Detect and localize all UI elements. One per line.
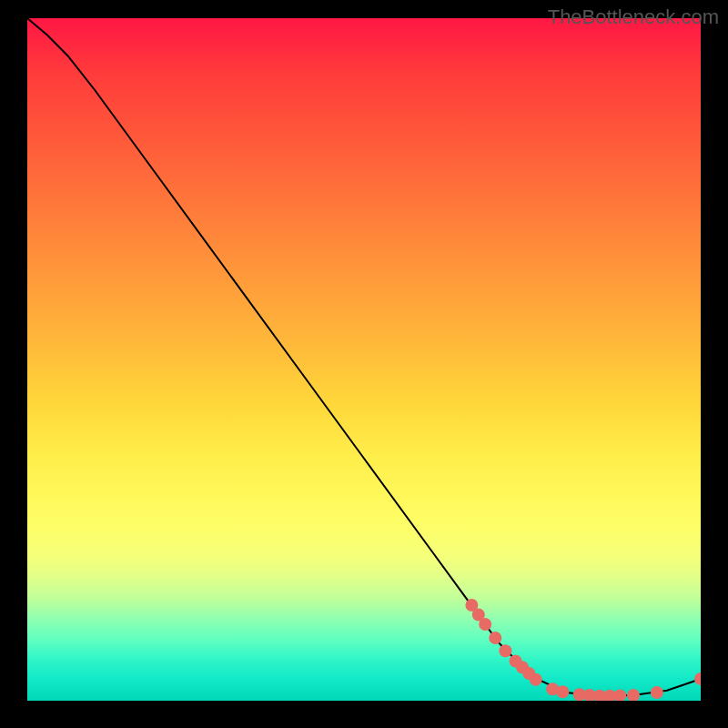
data-marker (694, 672, 701, 685)
data-marker (530, 673, 542, 686)
data-marker (489, 632, 501, 644)
data-marker (556, 685, 569, 698)
data-marker (499, 644, 511, 657)
watermark-text: TheBottleneck.com (548, 5, 719, 29)
data-marker (627, 689, 640, 701)
chart-container: TheBottleneck.com (0, 0, 728, 728)
frame-bottom (0, 701, 728, 728)
frame-left (0, 18, 27, 710)
data-marker (479, 618, 491, 631)
data-marker (613, 689, 626, 701)
data-markers (465, 599, 701, 701)
bottleneck-curve (27, 18, 701, 696)
frame-right (701, 18, 728, 710)
chart-svg (27, 18, 701, 701)
data-marker (651, 686, 663, 699)
